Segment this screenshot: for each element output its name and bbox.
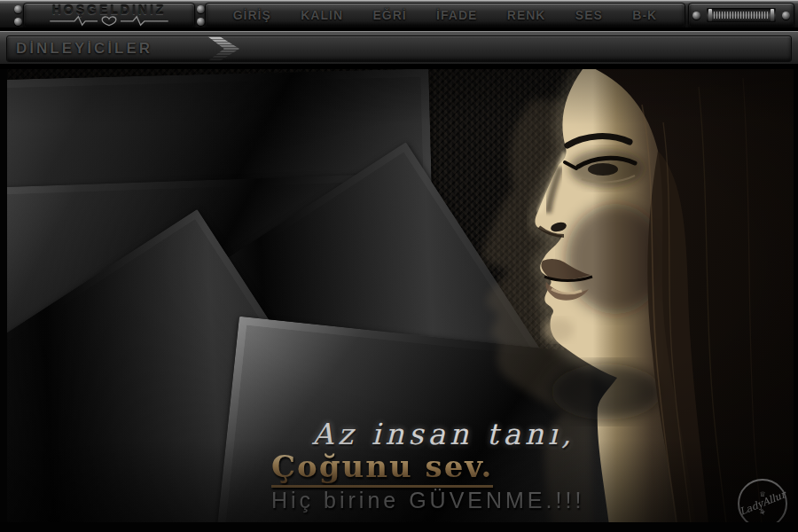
menu-item-bk[interactable]: B-K <box>632 8 657 22</box>
scene-border-left <box>0 69 7 532</box>
menu-item-kalin[interactable]: KALIN <box>301 8 343 22</box>
screw-icon <box>14 18 22 26</box>
flourish-icon: ⚘ <box>758 507 767 516</box>
menu-bar: GİRİŞ KALIN EĞRİ İFADE RENK SES B-K <box>205 3 685 27</box>
volume-control <box>688 3 794 27</box>
menu-item-renk[interactable]: RENK <box>507 8 546 22</box>
screw-icon <box>197 5 205 13</box>
heartbeat-heart-icon <box>43 15 176 27</box>
menu-item-egri[interactable]: EĞRİ <box>372 8 406 22</box>
volume-slider[interactable] <box>707 8 776 22</box>
menu-item-ifade[interactable]: İFADE <box>436 8 477 22</box>
chevron-right-icon[interactable] <box>207 36 239 61</box>
screw-icon <box>692 12 700 20</box>
scene-border-bottom <box>0 522 798 532</box>
screw-icon <box>197 18 205 26</box>
welcome-logo: HOŞGELDINIZ <box>23 3 195 27</box>
menu-item-ses[interactable]: SES <box>575 8 603 22</box>
screw-icon <box>782 12 790 20</box>
listeners-label: DİNLEYİCİLER <box>16 40 153 58</box>
volume-handle-right[interactable] <box>771 9 774 21</box>
signature-stamp: ♕ LadyAllur ⚘ <box>738 479 787 528</box>
main-scene: First YOU W⚙RK & now YOU PLAY <box>0 69 798 532</box>
top-toolbar: HOŞGELDINIZ GİRİŞ KALIN EĞRİ İFADE RENK … <box>0 0 798 29</box>
quote-line-3: Hiç birine GÜVENME.!!! <box>271 488 584 513</box>
volume-handle-left[interactable] <box>708 9 712 21</box>
listeners-bar: DİNLEYİCİLER <box>0 31 798 66</box>
scene-border-right <box>794 69 798 532</box>
screw-icon <box>14 5 22 13</box>
chat-window: HOŞGELDINIZ GİRİŞ KALIN EĞRİ İFADE RENK … <box>0 0 798 532</box>
menu-item-giris[interactable]: GİRİŞ <box>233 8 271 22</box>
listeners-panel[interactable]: DİNLEYİCİLER <box>6 35 792 62</box>
quote-line-1: Az insan tanı, <box>312 417 575 451</box>
quote-line-2: Çoğunu sev. <box>271 449 493 488</box>
volume-ticks <box>714 12 769 19</box>
